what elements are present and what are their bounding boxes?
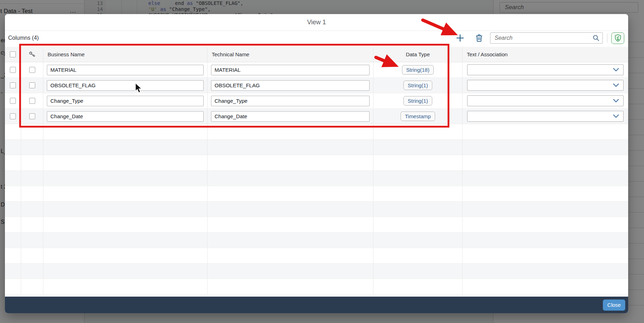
table-row: String(1) (5, 78, 628, 93)
business-name-input[interactable] (47, 96, 204, 106)
empty-table-row (5, 248, 628, 264)
empty-table-row (5, 155, 628, 171)
text-association-dropdown[interactable] (467, 111, 624, 122)
view-columns-dialog: View 1 Columns (4) (5, 14, 628, 313)
key-checkbox[interactable] (29, 113, 35, 119)
dialog-footer: Close (5, 297, 628, 313)
dialog-title: View 1 (307, 19, 326, 26)
key-checkbox[interactable] (29, 98, 35, 104)
empty-table-row (5, 171, 628, 186)
header-text-association: Text / Association (467, 51, 508, 57)
columns-table: Business Name Technical Name Data Type T… (5, 47, 628, 294)
technical-name-input[interactable] (211, 80, 370, 91)
table-header-row: Business Name Technical Name Data Type T… (5, 47, 628, 62)
technical-name-input[interactable] (211, 65, 370, 75)
table-row: String(18) (5, 62, 628, 78)
key-checkbox[interactable] (29, 67, 35, 73)
trash-icon (475, 33, 484, 43)
table-row: String(1) (5, 93, 628, 109)
columns-search (490, 32, 603, 44)
screen: ment Data - Test ⋯ ercy_2-L_t 2DSI 13els… (0, 0, 644, 323)
chevron-down-icon (613, 68, 619, 72)
header-data-type: Data Type (406, 51, 430, 57)
empty-table-row (5, 233, 628, 248)
technical-name-input[interactable] (211, 96, 370, 106)
plus-icon (456, 33, 465, 43)
empty-table-row (5, 186, 628, 202)
shield-check-icon (614, 34, 621, 42)
select-all-checkbox[interactable] (10, 51, 16, 57)
toolbar-divider (607, 33, 607, 43)
validation-button[interactable] (611, 32, 624, 44)
empty-table-row (5, 264, 628, 279)
business-name-input[interactable] (47, 65, 204, 75)
add-column-button[interactable] (454, 32, 466, 44)
chevron-down-icon (613, 99, 619, 103)
text-association-dropdown[interactable] (467, 80, 624, 91)
empty-table-row (5, 217, 628, 233)
dialog-toolbar: Columns (4) (5, 31, 628, 45)
columns-count-label: Columns (4) (8, 35, 39, 41)
table-row: Timestamp (5, 109, 628, 124)
data-type-badge[interactable]: String(1) (403, 96, 432, 106)
row-select-checkbox[interactable] (10, 113, 16, 119)
delete-column-button[interactable] (473, 32, 485, 44)
technical-name-input[interactable] (211, 111, 370, 122)
business-name-input[interactable] (47, 111, 204, 122)
chevron-down-icon (613, 83, 619, 87)
dialog-titlebar: View 1 (5, 14, 628, 31)
text-association-dropdown[interactable] (467, 64, 624, 75)
header-technical-name: Technical Name (212, 51, 249, 57)
close-button[interactable]: Close (603, 299, 625, 311)
data-type-badge[interactable]: String(1) (403, 81, 432, 90)
row-select-checkbox[interactable] (10, 67, 16, 73)
columns-search-input[interactable] (490, 32, 603, 44)
row-select-checkbox[interactable] (10, 98, 16, 104)
business-name-input[interactable] (47, 80, 204, 91)
search-icon[interactable] (593, 34, 600, 42)
text-association-dropdown[interactable] (467, 95, 624, 106)
key-checkbox[interactable] (29, 82, 35, 88)
empty-table-row (5, 140, 628, 155)
data-type-badge[interactable]: String(18) (402, 65, 434, 75)
empty-table-row (5, 202, 628, 217)
data-type-badge[interactable]: Timestamp (401, 112, 435, 121)
row-select-checkbox[interactable] (10, 82, 16, 88)
empty-table-row (5, 124, 628, 140)
chevron-down-icon (613, 114, 619, 118)
header-business-name: Business Name (48, 51, 85, 57)
key-icon (29, 51, 36, 58)
empty-table-row (5, 279, 628, 294)
